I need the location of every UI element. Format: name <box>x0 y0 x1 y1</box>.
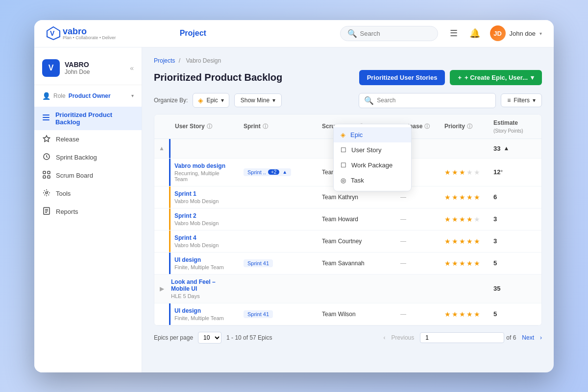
group-header-row[interactable]: ▶ Look and Feel – Mobile UI HLE 5 Days 3… <box>154 275 541 303</box>
story-name-link[interactable]: Sprint 1 <box>174 190 196 197</box>
row-expand[interactable]: ▶ <box>154 275 169 303</box>
story-name-link[interactable]: UI design <box>174 256 201 263</box>
star-3: ★ <box>459 193 466 201</box>
dropdown-item-work-package[interactable]: ☐ Work Package <box>334 158 411 173</box>
prioritized-user-stories-button[interactable]: Prioritized User Stories <box>359 70 445 85</box>
sidebar-collapse-button[interactable]: « <box>130 64 134 72</box>
star-1: ★ <box>444 215 451 223</box>
sidebar-avatar: V <box>42 59 60 77</box>
estimate-value: 35 <box>493 285 500 292</box>
show-mine-label: Show Mine <box>241 97 270 104</box>
table-search-bar[interactable]: 🔍 <box>359 93 496 108</box>
estimate-value: 5 <box>493 259 497 267</box>
story-name-link[interactable]: Sprint 2 <box>174 212 196 219</box>
sprint-badge[interactable]: Sprint 41 <box>244 310 273 318</box>
story-sub: Finite, Multiple Team <box>174 264 224 270</box>
organize-by-dropdown[interactable]: ◈ Epic ▾ <box>193 93 229 108</box>
filters-button[interactable]: ≡ Filters ▾ <box>501 93 542 107</box>
sidebar-item-tools[interactable]: Tools <box>34 184 142 203</box>
show-mine-button[interactable]: Show Mine ▾ <box>234 93 282 107</box>
table-row: UI design Finite, Multiple Team Sprint 4… <box>154 253 541 275</box>
th-sprint: Sprint ⓘ <box>238 115 316 138</box>
sprint-badge[interactable]: Sprint 41 <box>244 259 273 267</box>
role-selector[interactable]: 👤 Role Product Owner ▾ <box>34 89 142 103</box>
story-sub: Finite, Multiple Team <box>174 315 224 321</box>
collapse-icon[interactable]: ▲ <box>503 145 509 152</box>
epic-menu-icon: ◈ <box>341 131 345 138</box>
toolbar: Organize By: ◈ Epic ▾ Show Mine ▾ 🔍 ≡ <box>154 93 542 108</box>
prev-arrow-icon[interactable]: ‹ <box>384 334 386 341</box>
dropdown-item-task[interactable]: ◎ Task <box>334 173 411 188</box>
row-estimate: 3 <box>488 231 541 252</box>
story-name-link[interactable]: Sprint 4 <box>174 234 196 241</box>
next-button[interactable]: Next <box>518 332 538 343</box>
dropdown-item-epic[interactable]: ◈ Epic <box>334 127 411 142</box>
sidebar-item-label: Release <box>56 136 79 143</box>
svg-text:V: V <box>50 29 55 37</box>
row-expand <box>154 231 169 252</box>
previous-button[interactable]: Previous <box>388 332 418 343</box>
priority-stars: ★ ★ ★ ★ ★ <box>444 193 480 201</box>
star-3: ★ <box>459 237 466 245</box>
dropdown-item-task-label: Task <box>351 177 364 184</box>
create-chevron-icon: ▾ <box>531 74 534 81</box>
search-icon: 🔍 <box>347 29 357 38</box>
current-page-input[interactable] <box>420 332 504 343</box>
star-5: ★ <box>474 310 480 318</box>
story-sub: Recurring, Multiple Team <box>174 170 232 182</box>
sidebar-item-release[interactable]: Release <box>34 130 142 148</box>
sidebar-item-prioritized-backlog[interactable]: Prioritized Product Backlog <box>34 107 142 130</box>
team-name: Team Kathryn <box>322 194 358 201</box>
group-sub: HLE 5 Days <box>171 293 232 299</box>
row-priority: ★ ★ ★ ★ ★ <box>439 159 488 186</box>
star-3: ★ <box>459 215 466 223</box>
expand-button[interactable]: ▶ <box>160 285 164 292</box>
expand-button[interactable]: ▲ <box>159 145 165 152</box>
sidebar-item-sprint-backlog[interactable]: Sprint Backlog <box>34 148 142 166</box>
row-expand <box>154 303 169 325</box>
row-estimate: 12* <box>488 159 541 186</box>
sidebar-item-scrum-board[interactable]: Scrum Board <box>34 166 142 184</box>
estimate-value: 3 <box>493 237 497 245</box>
sidebar-item-label: Sprint Backlog <box>56 154 97 161</box>
estimate-value: 5 <box>493 310 497 318</box>
nav-search-input[interactable] <box>360 30 431 37</box>
dropdown-item-user-story[interactable]: ☐ User Story <box>334 142 411 158</box>
table-search-input[interactable] <box>377 97 490 104</box>
sprint-badge[interactable]: Sprint .. +2 ▲ <box>244 168 291 176</box>
messages-icon-btn[interactable]: ☰ <box>448 26 460 41</box>
story-name-link[interactable]: Vabro mob design <box>174 162 225 169</box>
group-name-link[interactable]: Look and Feel – Mobile UI <box>171 278 216 292</box>
table-row: UI design Finite, Multiple Team Sprint 4… <box>154 303 541 325</box>
asterisk: * <box>500 169 503 176</box>
nav-project-title[interactable]: Project <box>56 29 330 38</box>
role-label: Role <box>53 92 66 99</box>
star-5: ★ <box>474 215 480 223</box>
star-3: ★ <box>459 310 466 318</box>
notifications-icon-btn[interactable]: 🔔 <box>467 26 482 41</box>
per-page-label: Epics per page <box>154 334 193 341</box>
row-estimate: 6 <box>488 186 541 208</box>
sidebar-item-reports[interactable]: Reports <box>34 203 142 221</box>
breadcrumb-projects-link[interactable]: Projects <box>154 57 175 64</box>
per-page-select[interactable]: 10 25 50 <box>198 332 221 344</box>
breadcrumb: Projects / Vabro Design <box>154 57 542 64</box>
nav-actions: ☰ 🔔 JD John doe ▾ <box>448 25 542 41</box>
chevron-down-icon: ▾ <box>539 31 542 36</box>
story-name-link[interactable]: UI design <box>174 307 201 314</box>
row-sprint <box>238 208 316 230</box>
row-release: — <box>394 303 439 325</box>
role-chevron-icon: ▾ <box>131 93 134 98</box>
nav-search-bar[interactable]: 🔍 <box>340 26 438 41</box>
next-arrow-icon[interactable]: › <box>540 334 542 341</box>
breadcrumb-separator: / <box>179 57 180 64</box>
row-release: — <box>394 253 439 274</box>
create-epic-button[interactable]: + + Create Epic, User... ▾ <box>450 70 542 85</box>
story-sub: Vabro Mob Design <box>174 220 219 226</box>
row-expand[interactable]: ▲ <box>154 139 169 158</box>
dropdown-item-epic-label: Epic <box>350 131 363 138</box>
star-3: ★ <box>459 259 466 267</box>
scrum-icon <box>42 171 51 180</box>
star-2: ★ <box>452 193 458 201</box>
user-menu[interactable]: JD John doe ▾ <box>490 25 542 41</box>
